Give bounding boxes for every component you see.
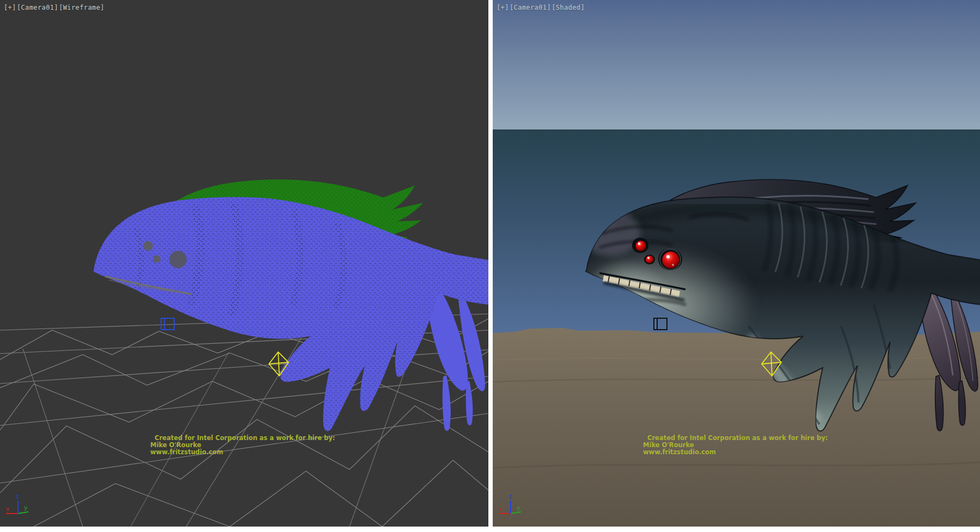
eye-tiny [646, 256, 653, 263]
eye-spot-small [143, 241, 153, 251]
watermark-line: www.fritzstudio.com [150, 449, 335, 456]
eye-spot-tiny [153, 255, 161, 263]
axis-z-label: z [509, 493, 512, 500]
viewport-label-shaded: [+][Camera01][Shaded] [497, 4, 585, 11]
viewport-menu-pov[interactable]: [Camera01] [17, 4, 58, 11]
creator-watermark: Created for Intel Corporation as a work … [150, 435, 335, 456]
eye-large [663, 252, 679, 269]
viewport-menu-general[interactable]: [+] [4, 4, 16, 11]
viewport-menu-pov[interactable]: [Camera01] [510, 4, 551, 11]
viewport-shaded[interactable]: x y z [+][Camera01][Shaded] Created for … [493, 0, 980, 527]
axis-y-label: y [24, 504, 28, 511]
axis-x-label: x [6, 505, 10, 512]
viewport-wireframe[interactable]: x y z [+][Camera01][Wireframe] Created f… [0, 0, 488, 527]
creator-watermark: Created for Intel Corporation as a work … [643, 435, 828, 456]
viewport-menu-shading[interactable]: [Shaded] [552, 4, 585, 11]
sand-ground [493, 328, 980, 527]
eye-small [636, 241, 646, 251]
eye-spot-large [169, 251, 187, 268]
viewport-label-wireframe: [+][Camera01][Wireframe] [4, 4, 105, 11]
sky [493, 0, 980, 129]
axis-z-label: z [16, 493, 19, 500]
viewport-menu-shading[interactable]: [Wireframe] [59, 4, 105, 11]
watermark-line: www.fritzstudio.com [643, 449, 828, 456]
viewport-menu-general[interactable]: [+] [497, 4, 509, 11]
application-window: x y z [+][Camera01][Wireframe] Created f… [0, 0, 980, 532]
axis-y-label: y [517, 504, 520, 511]
axis-x-label: x [499, 505, 503, 512]
